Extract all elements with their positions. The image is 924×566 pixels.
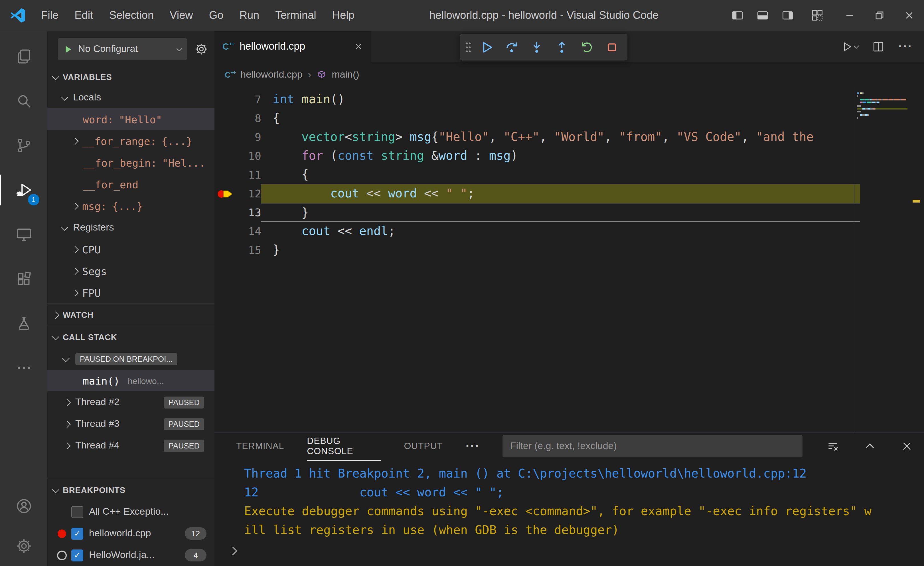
menu-selection[interactable]: Selection [101, 0, 162, 31]
chevron-down-icon [177, 45, 182, 51]
console-filter-input[interactable] [503, 435, 802, 457]
watch-header[interactable]: WATCH [47, 303, 214, 326]
breakpoint-gutter[interactable] [214, 128, 237, 147]
code-line-content[interactable]: int main() [261, 90, 860, 109]
variable-row[interactable]: word:"Hello" [47, 108, 214, 130]
activitybar-more[interactable] [0, 346, 47, 390]
step-over-button[interactable] [501, 37, 522, 57]
toggle-panel-icon[interactable] [756, 9, 769, 22]
breakpoint-row-helloworld-cpp[interactable]: ✓helloworld.cpp12 [47, 522, 214, 544]
variables-header[interactable]: VARIABLES [47, 67, 214, 87]
breakpoint-gutter[interactable] [214, 241, 237, 260]
code-line-content[interactable]: { [261, 109, 860, 128]
breakpoint-checkbox[interactable]: ✓ [71, 527, 83, 539]
step-out-button[interactable] [552, 37, 572, 57]
code-line-content[interactable]: vector<string> msg{"Hello", "C++", "Worl… [261, 128, 860, 147]
maximize-panel-icon[interactable] [862, 440, 877, 452]
activitybar-source-control[interactable] [0, 123, 47, 168]
variable-row[interactable]: CPU [47, 239, 214, 260]
breakpoint-row-helloworld-ja[interactable]: ✓HelloWorld.ja...4 [47, 544, 214, 566]
restore-button[interactable] [865, 0, 894, 31]
panel-more-icon[interactable]: ··· [466, 440, 480, 452]
breakpoint-gutter[interactable] [214, 147, 237, 165]
continue-button[interactable] [476, 37, 497, 57]
callstack-status-row[interactable]: PAUSED ON BREAKPOI... [47, 348, 214, 370]
panel-tab-output[interactable]: OUTPUT [404, 431, 442, 461]
breakpoints-header[interactable]: BREAKPOINTS [47, 479, 214, 501]
variable-row[interactable]: __for_end [47, 173, 214, 195]
code-line-content[interactable]: for (const string &word : msg) [261, 147, 860, 165]
drag-handle-icon[interactable] [465, 41, 472, 53]
source-control-branch-icon [15, 137, 32, 154]
code-line-content[interactable]: cout << endl; [261, 222, 860, 241]
breakpoint-row-all-c-exceptio[interactable]: All C++ Exceptio... [47, 501, 214, 522]
activitybar-extensions[interactable] [0, 257, 47, 301]
stop-button[interactable] [602, 37, 622, 57]
activitybar-account[interactable] [0, 486, 47, 526]
thread-row-thread-4[interactable]: Thread #4PAUSED [47, 435, 214, 456]
restart-button[interactable] [577, 37, 597, 57]
clear-console-icon[interactable] [825, 440, 840, 452]
toggle-primary-sidebar-icon[interactable] [731, 9, 744, 22]
split-editor-icon[interactable] [872, 40, 885, 53]
breakpoint-gutter[interactable] [214, 165, 237, 184]
code-line-content[interactable]: } [261, 203, 860, 222]
breakpoint-gutter[interactable] [214, 109, 237, 128]
stack-frame-name: main() [83, 375, 120, 387]
menu-run[interactable]: Run [232, 0, 267, 31]
variable-row[interactable]: __for_range:{...} [47, 130, 214, 152]
activitybar-explorer[interactable] [0, 34, 47, 79]
thread-row-thread-2[interactable]: Thread #2PAUSED [47, 392, 214, 413]
panel-tab-terminal[interactable]: TERMINAL [236, 431, 284, 461]
var-group-registers[interactable]: Registers [47, 217, 214, 239]
panel-tab-debug-console[interactable]: DEBUG CONSOLE [307, 431, 381, 461]
tab-helloworld-cpp[interactable]: C++ helloworld.cpp [214, 31, 371, 62]
activitybar-settings[interactable] [0, 526, 47, 566]
close-button[interactable] [894, 0, 924, 31]
callstack-header[interactable]: CALL STACK [47, 326, 214, 348]
code-line-content[interactable]: cout << word << " "; [261, 184, 860, 203]
customize-layout-icon[interactable] [811, 9, 824, 22]
code-line-content[interactable]: } [261, 241, 860, 260]
breakpoint-gutter[interactable] [214, 184, 237, 203]
code-line-content[interactable]: { [261, 165, 860, 184]
minimize-button[interactable] [835, 0, 865, 31]
thread-row-thread-3[interactable]: Thread #3PAUSED [47, 413, 214, 435]
breadcrumb-file[interactable]: helloworld.cpp [240, 69, 302, 80]
menu-edit[interactable]: Edit [66, 0, 101, 31]
minimap[interactable] [854, 87, 910, 432]
breakpoint-gutter[interactable] [214, 203, 237, 222]
chevron-right-icon [71, 137, 78, 144]
activitybar-run-debug[interactable]: 1 [0, 168, 47, 212]
variable-row[interactable]: msg:{...} [47, 195, 214, 217]
close-panel-icon[interactable] [900, 440, 914, 452]
close-tab-icon[interactable] [354, 42, 363, 51]
debug-settings-gear-icon[interactable] [193, 42, 210, 56]
menu-file[interactable]: File [33, 0, 66, 31]
run-or-debug-icon[interactable] [841, 40, 858, 53]
editor-actions: ··· [841, 31, 924, 62]
breakpoint-gutter[interactable] [214, 222, 237, 241]
toggle-secondary-sidebar-icon[interactable] [782, 9, 794, 22]
activitybar-search[interactable] [0, 79, 47, 123]
menu-terminal[interactable]: Terminal [267, 0, 324, 31]
minimap-content [857, 92, 908, 119]
breakpoint-gutter[interactable] [214, 90, 237, 109]
debug-config-dropdown[interactable]: No Configurat [58, 38, 187, 60]
menu-view[interactable]: View [162, 0, 201, 31]
stack-frame-row[interactable]: main()hellowo... [47, 370, 214, 392]
var-group-locals[interactable]: Locals [47, 87, 214, 108]
breakpoint-checkbox[interactable]: ✓ [71, 549, 83, 561]
activitybar-remote-explorer[interactable] [0, 212, 47, 257]
breadcrumb-symbol[interactable]: main() [332, 69, 359, 80]
variable-row[interactable]: FPU [47, 282, 214, 303]
step-into-button[interactable] [526, 37, 547, 57]
menu-help[interactable]: Help [324, 0, 363, 31]
variable-row[interactable]: __for_begin:"Hel... [47, 152, 214, 173]
menu-go[interactable]: Go [201, 0, 232, 31]
breakpoint-checkbox[interactable] [71, 506, 83, 518]
activitybar-testing[interactable] [0, 301, 47, 346]
editor-more-actions-icon[interactable]: ··· [898, 40, 913, 53]
debug-console-input[interactable] [230, 544, 924, 557]
variable-row[interactable]: Segs [47, 260, 214, 282]
